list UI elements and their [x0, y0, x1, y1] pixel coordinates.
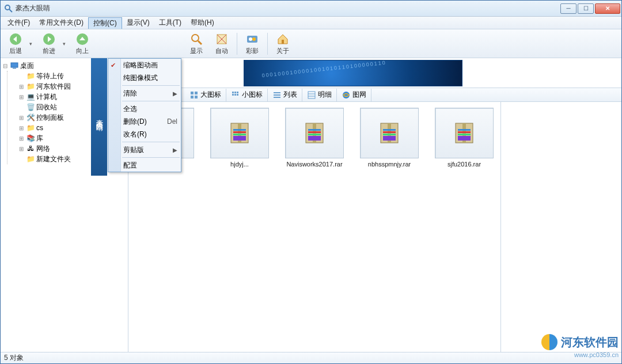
tree-item-label: 回收站 — [36, 103, 57, 112]
view-small-icons[interactable]: 小图标 — [226, 89, 268, 101]
ie-icon — [342, 90, 351, 100]
tree-item-label: 计算机 — [36, 92, 57, 102]
file-item[interactable]: sjfu2016.rar — [433, 108, 496, 168]
check-icon: ✔ — [111, 62, 116, 69]
svg-rect-54 — [458, 134, 471, 135]
rar-icon — [227, 121, 252, 145]
preview-panel — [500, 102, 621, 352]
rar-icon — [452, 121, 476, 145]
about-button[interactable]: 关于 — [271, 31, 294, 56]
caiying-label: 彩影 — [246, 47, 259, 55]
about-label: 关于 — [276, 47, 289, 55]
forward-button[interactable]: 前进 — [37, 31, 60, 56]
menu-separator-2 — [122, 101, 180, 101]
svg-rect-21 — [232, 94, 234, 96]
thumb-frame — [210, 108, 269, 158]
expand-icon[interactable]: ⊞ — [18, 84, 25, 90]
view-details[interactable]: 明细 — [302, 89, 337, 101]
menu-select-all[interactable]: 全选 — [108, 103, 181, 115]
file-item[interactable]: hjdyj... — [208, 108, 271, 168]
auto-icon — [215, 32, 229, 46]
collapse-icon[interactable]: ⊟ — [2, 63, 9, 69]
up-button[interactable]: 向上 — [71, 31, 94, 56]
tree-item-label: 新建文件夹 — [36, 154, 71, 164]
menu-separator-3 — [122, 142, 180, 142]
forward-icon — [42, 32, 56, 46]
statusbar: 5 对象 — [1, 352, 621, 363]
svg-rect-14 — [191, 92, 194, 94]
back-dropdown[interactable]: ▾ — [29, 41, 35, 47]
view-list[interactable]: 列表 — [268, 89, 302, 101]
expand-icon[interactable]: ⊞ — [18, 146, 25, 152]
auto-label: 自动 — [215, 47, 228, 55]
details-icon — [307, 90, 316, 100]
menu-separator-4 — [122, 157, 180, 158]
auto-button[interactable]: 自动 — [210, 31, 233, 56]
svg-rect-20 — [237, 92, 238, 93]
desktop-icon — [10, 61, 19, 70]
menu-config[interactable]: 配置 — [108, 159, 181, 172]
forward-dropdown[interactable]: ▾ — [63, 41, 69, 47]
menu-control[interactable]: 控制(C) — [88, 17, 122, 29]
svg-point-10 — [252, 37, 256, 41]
menu-separator — [122, 85, 180, 86]
menu-rename-label: 改名(R) — [123, 130, 147, 139]
thumb-frame — [285, 108, 344, 158]
expand-icon[interactable]: ⊞ — [18, 115, 25, 121]
grid-icon — [189, 90, 199, 100]
svg-rect-42 — [308, 134, 321, 135]
toolbar-separator-2 — [267, 33, 268, 55]
view-toolbar: 大图标 小图标 列表 明细 图网 — [128, 88, 621, 102]
expand-icon[interactable]: ⊞ — [18, 125, 25, 131]
close-button[interactable]: ✕ — [595, 3, 620, 14]
thumbnail-area[interactable]: .. hjdyj... Navisworks2017.rar — [128, 102, 500, 352]
file-label: sjfu2016.rar — [447, 161, 481, 168]
svg-rect-26 — [274, 97, 280, 98]
menu-pure-image-label: 纯图像模式 — [123, 73, 158, 83]
tree-item-label: 库 — [36, 134, 43, 143]
control-menu-dropdown: ✔ 缩略图动画 纯图像模式 清除 ▶ 全选 删除(D) Del 改名(R) — [108, 58, 181, 172]
svg-point-5 — [192, 35, 199, 41]
menu-rename[interactable]: 改名(R) — [108, 128, 181, 141]
menu-tools[interactable]: 工具(T) — [154, 17, 186, 29]
file-item[interactable]: nbhsspmnjy.rar — [358, 108, 421, 168]
svg-rect-48 — [383, 134, 396, 135]
minimize-button[interactable]: ─ — [560, 3, 577, 14]
library-icon: 📚 — [26, 134, 35, 143]
folder-icon: 📁 — [26, 82, 35, 91]
brand-stripe: 豪杰大眼睛 — [91, 58, 107, 176]
thumb-frame — [360, 108, 419, 158]
expand-icon[interactable]: ⊞ — [18, 135, 25, 142]
svg-rect-51 — [458, 136, 471, 141]
menu-pure-image[interactable]: 纯图像模式 — [108, 71, 181, 84]
menu-clipboard[interactable]: 剪贴版 ▶ — [108, 143, 181, 156]
svg-rect-47 — [383, 131, 396, 133]
svg-rect-27 — [308, 92, 315, 98]
menu-delete[interactable]: 删除(D) Del — [108, 115, 181, 128]
toolbar-separator — [237, 33, 237, 55]
view-web[interactable]: 图网 — [337, 89, 371, 101]
file-item[interactable]: Navisworks2017.rar — [283, 108, 346, 168]
caiying-button[interactable]: 彩影 — [241, 31, 264, 56]
back-icon — [9, 32, 22, 46]
menu-clear[interactable]: 清除 ▶ — [108, 87, 181, 100]
show-button[interactable]: 显示 — [185, 31, 208, 56]
menu-view[interactable]: 显示(V) — [122, 17, 154, 29]
up-icon — [75, 32, 89, 46]
expand-icon[interactable]: ⊞ — [18, 94, 25, 100]
toolbar: 后退 ▾ 前进 ▾ 向上 显示 自动 彩影 关于 — [1, 29, 621, 58]
app-window: 豪杰大眼睛 ─ ☐ ✕ 文件(F) 常用文件夹(D) 控制(C) 显示(V) 工… — [0, 0, 622, 364]
back-button[interactable]: 后退 — [4, 31, 27, 56]
menu-folders[interactable]: 常用文件夹(D) — [35, 17, 88, 29]
svg-line-6 — [198, 41, 202, 44]
view-big-icons[interactable]: 大图标 — [185, 89, 226, 101]
control-panel-icon: 🛠️ — [26, 113, 35, 122]
menu-file[interactable]: 文件(F) — [3, 17, 35, 29]
menu-thumb-anim[interactable]: ✔ 缩略图动画 — [108, 59, 181, 71]
titlebar: 豪杰大眼睛 ─ ☐ ✕ — [1, 1, 621, 17]
view-small-icons-label: 小图标 — [242, 90, 263, 100]
svg-rect-25 — [274, 94, 280, 96]
maximize-button[interactable]: ☐ — [578, 3, 594, 14]
svg-rect-52 — [458, 129, 471, 131]
menu-help[interactable]: 帮助(H) — [186, 17, 219, 29]
